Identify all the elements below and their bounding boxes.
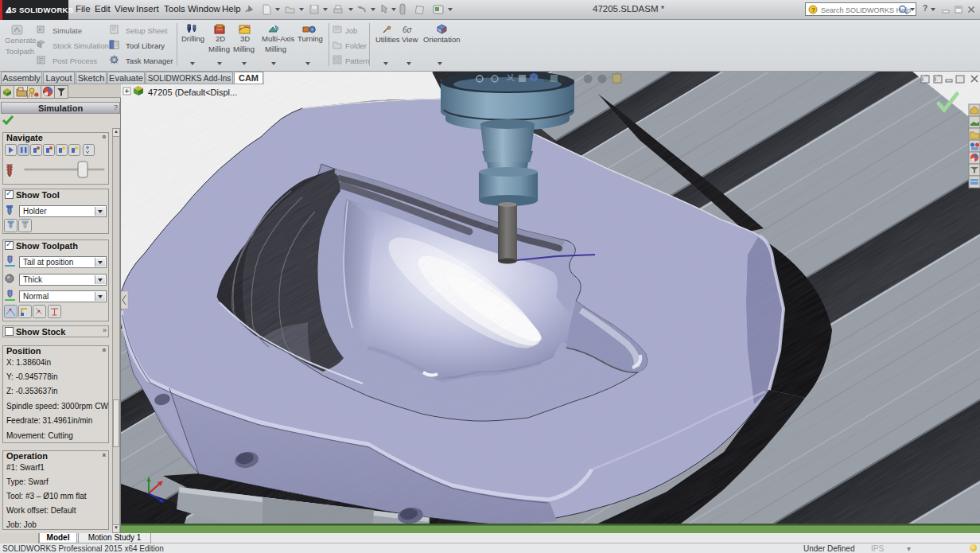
svg-text:?: ? (811, 6, 815, 14)
svg-text:47205 (Default<Displ...: 47205 (Default<Displ... (148, 88, 237, 97)
svg-text:6σ: 6σ (402, 25, 413, 34)
svg-text:1g: 1g (566, 76, 574, 84)
